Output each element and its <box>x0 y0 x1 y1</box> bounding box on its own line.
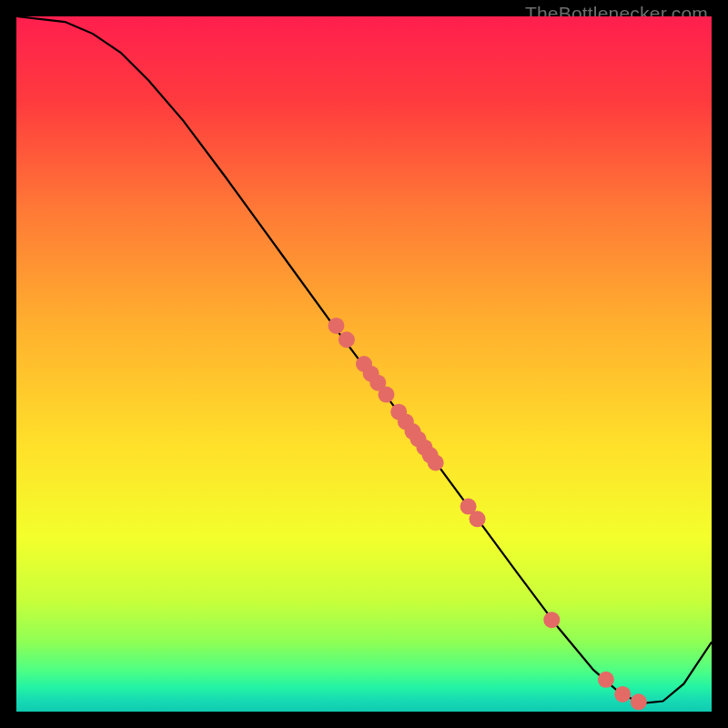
chart-svg <box>16 16 712 712</box>
data-marker <box>470 511 486 527</box>
plot-area <box>16 16 712 712</box>
data-marker <box>339 331 355 348</box>
data-marker <box>631 693 647 710</box>
data-marker <box>598 672 614 688</box>
data-marker <box>614 686 631 703</box>
data-marker <box>328 318 344 334</box>
data-marker <box>428 454 444 470</box>
chart-stage: TheBottlenecker.com <box>0 0 728 728</box>
data-marker <box>543 612 560 628</box>
data-marker <box>378 387 394 403</box>
